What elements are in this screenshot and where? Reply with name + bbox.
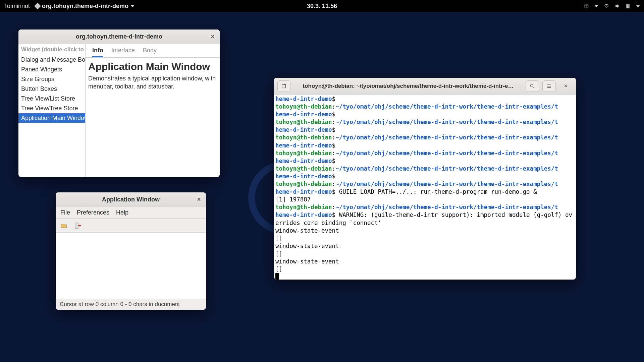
- demo-window: org.tohoyn.theme-d-intr-demo × Widget (d…: [18, 29, 220, 177]
- appwin-title: Application Window: [102, 196, 160, 203]
- sidebar-item[interactable]: Tree View/List Store: [18, 94, 85, 104]
- detail-tabs: InfoInterfaceBody: [86, 44, 220, 58]
- sidebar-item[interactable]: Button Boxes: [18, 84, 85, 94]
- menu-file[interactable]: File: [60, 209, 70, 216]
- quit-button[interactable]: [73, 221, 83, 230]
- widget-list[interactable]: Widget (double-click to show) Dialog and…: [18, 44, 86, 177]
- open-button[interactable]: [59, 221, 68, 230]
- accessibility-icon: [584, 3, 589, 9]
- close-button[interactable]: ×: [208, 33, 217, 41]
- sidebar-item[interactable]: Dialog and Message Boxes: [18, 55, 85, 65]
- menubar: FilePreferencesHelp: [56, 207, 206, 219]
- sidebar-item[interactable]: Tree View/Tree Store: [18, 104, 85, 113]
- volume-icon: [614, 3, 620, 9]
- menu-preferences[interactable]: Preferences: [77, 209, 109, 216]
- folder-open-icon: [60, 222, 67, 229]
- toolbar: [56, 219, 206, 233]
- svg-point-7: [530, 84, 533, 87]
- terminal-content[interactable]: heme-d-intr-demo$ tohoyn@th-debian:~/tyo…: [274, 95, 576, 280]
- terminal-titlebar[interactable]: tohoyn@th-debian: ~/tyo/omat/ohj/scheme/…: [274, 78, 576, 95]
- demo-titlebar[interactable]: org.tohoyn.theme-d-intr-demo ×: [18, 29, 220, 44]
- svg-rect-5: [75, 223, 78, 228]
- detail-pane: InfoInterfaceBody Application Main Windo…: [86, 44, 220, 177]
- app-menu-label: org.tohoyn.theme-d-intr-demo: [42, 3, 128, 10]
- terminal-window: tohoyn@th-debian: ~/tyo/omat/ohj/scheme/…: [274, 78, 576, 280]
- clock[interactable]: 30.3. 11.56: [307, 3, 337, 10]
- svg-point-1: [586, 5, 587, 6]
- svg-rect-4: [627, 5, 629, 8]
- svg-rect-6: [282, 84, 286, 88]
- exit-icon: [74, 222, 82, 229]
- sidebar-item[interactable]: Paned Widgets: [18, 65, 85, 74]
- tab-body[interactable]: Body: [143, 47, 157, 57]
- detail-description: Demonstrates a typical application windo…: [88, 74, 217, 91]
- new-tab-icon: [281, 83, 287, 89]
- top-panel: Toiminnot org.tohoyn.theme-d-intr-demo 3…: [0, 0, 644, 12]
- system-tray[interactable]: [584, 3, 640, 9]
- battery-icon: [625, 3, 631, 9]
- search-button[interactable]: [526, 80, 539, 92]
- wifi-icon: [604, 3, 609, 9]
- detail-heading: Application Main Window: [88, 61, 217, 72]
- activities-button[interactable]: Toiminnot: [4, 3, 30, 10]
- application-window: Application Window × FilePreferencesHelp…: [56, 192, 206, 310]
- search-icon: [530, 83, 535, 89]
- hamburger-icon: [546, 83, 552, 89]
- close-button[interactable]: ×: [559, 80, 573, 92]
- statusbar: Cursor at row 0 column 0 - 0 chars in do…: [56, 299, 206, 310]
- text-area[interactable]: [56, 233, 206, 299]
- menu-help[interactable]: Help: [116, 209, 128, 216]
- sidebar-item[interactable]: Size Groups: [18, 74, 85, 84]
- widget-list-header: Widget (double-click to show): [18, 44, 85, 55]
- tab-interface[interactable]: Interface: [111, 47, 135, 57]
- demo-title: org.tohoyn.theme-d-intr-demo: [76, 33, 162, 40]
- app-menu-icon: [34, 3, 41, 9]
- terminal-title: tohoyn@th-debian: ~/tyo/omat/ohj/scheme/…: [294, 83, 522, 89]
- svg-rect-3: [627, 4, 629, 4]
- chevron-down-icon: [636, 5, 640, 7]
- chevron-down-icon: [594, 5, 598, 7]
- tab-info[interactable]: Info: [92, 47, 103, 57]
- close-button[interactable]: ×: [195, 195, 203, 204]
- chevron-down-icon: [130, 5, 135, 7]
- appwin-titlebar[interactable]: Application Window ×: [56, 192, 206, 207]
- new-tab-button[interactable]: [277, 80, 291, 92]
- menu-button[interactable]: [542, 80, 556, 92]
- sidebar-item[interactable]: Application Main Window: [18, 113, 85, 123]
- app-menu[interactable]: org.tohoyn.theme-d-intr-demo: [35, 3, 135, 10]
